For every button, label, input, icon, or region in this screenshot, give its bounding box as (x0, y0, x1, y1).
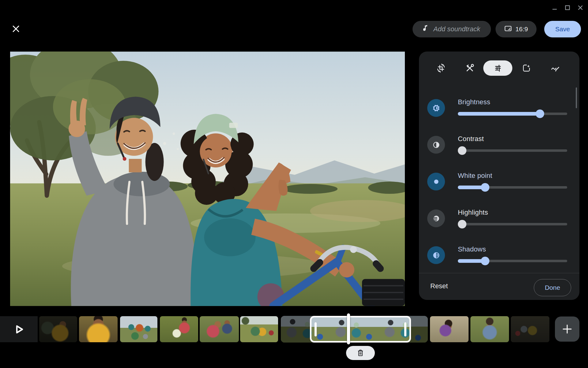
timeline-clip[interactable] (39, 316, 77, 342)
save-button[interactable]: Save (544, 21, 581, 37)
brightness-slider-thumb[interactable] (536, 109, 544, 118)
brightness-icon[interactable] (427, 99, 445, 117)
adjustment-label: White point (458, 172, 492, 180)
white-point-slider-thumb[interactable] (481, 183, 489, 192)
play-button[interactable] (0, 316, 38, 342)
add-clip-button[interactable] (555, 316, 579, 342)
timeline-clip[interactable] (79, 316, 118, 342)
timeline-clip[interactable] (470, 316, 509, 342)
playhead[interactable] (347, 313, 350, 344)
reset-button[interactable]: Reset (430, 282, 448, 290)
selected-clip[interactable] (281, 316, 428, 343)
markup-pen-icon (551, 63, 560, 73)
aspect-ratio-icon (504, 25, 512, 34)
contrast-slider-row: Contrast (427, 136, 571, 155)
timeline-clip[interactable] (120, 316, 157, 342)
timeline (0, 316, 588, 342)
white-point-slider-row: White point (427, 173, 571, 192)
preview-illustration (10, 52, 405, 306)
panel-scrollbar[interactable] (576, 87, 577, 108)
tools-icon (465, 63, 474, 73)
timeline-clip[interactable] (430, 316, 469, 342)
adjustment-label: Shadows (458, 245, 486, 253)
tab-filters[interactable] (519, 61, 533, 75)
highlights-slider-thumb[interactable] (458, 220, 466, 228)
aspect-ratio-label: 16:9 (515, 25, 528, 33)
trim-selection[interactable] (310, 316, 411, 343)
timeline-clip[interactable] (240, 316, 278, 342)
tune-icon (493, 63, 503, 73)
adjustment-label: Highlights (458, 209, 488, 217)
tab-adjust[interactable] (483, 60, 512, 76)
adjustment-label: Contrast (458, 135, 484, 143)
white-point-icon[interactable] (427, 173, 445, 190)
trim-handle-right[interactable] (404, 322, 406, 336)
minimize-icon[interactable] (549, 2, 560, 13)
timeline-clip[interactable] (160, 316, 198, 342)
crop-rotate-icon (436, 63, 446, 73)
done-button[interactable]: Done (534, 279, 571, 296)
video-editor-window: Add soundtrack 16:9 Save (0, 0, 588, 368)
shadows-icon[interactable] (427, 246, 445, 264)
timeline-clip[interactable] (511, 316, 549, 342)
add-soundtrack-button[interactable]: Add soundtrack (413, 21, 491, 37)
tab-tools[interactable] (463, 61, 477, 75)
add-soundtrack-label: Add soundtrack (433, 25, 480, 33)
adjustment-label: Brightness (458, 98, 490, 106)
contrast-slider-thumb[interactable] (458, 146, 466, 155)
trash-icon (357, 349, 364, 357)
aspect-ratio-button[interactable]: 16:9 (496, 21, 537, 37)
contrast-slider-track[interactable] (458, 149, 567, 152)
brightness-slider-row: Brightness (427, 99, 571, 119)
slider-fill (458, 112, 540, 116)
contrast-icon[interactable] (427, 136, 445, 154)
highlights-icon[interactable] (427, 209, 445, 227)
trim-handle-left[interactable] (315, 322, 317, 336)
plus-icon (562, 324, 573, 335)
close-window-icon[interactable] (575, 2, 586, 13)
adjustments-panel: Brightness Contrast White point (419, 52, 579, 300)
maximize-icon[interactable] (562, 2, 573, 13)
photo-filter-icon (522, 63, 531, 73)
close-editor-button[interactable] (9, 22, 23, 36)
tab-crop-rotate[interactable] (434, 61, 448, 75)
highlights-slider-row: Highlights (427, 209, 571, 229)
shadows-slider-row: Shadows (427, 246, 571, 266)
video-preview (10, 52, 405, 306)
play-icon (14, 324, 24, 335)
delete-clip-button[interactable] (346, 346, 375, 360)
highlights-slider-track[interactable] (458, 223, 567, 225)
tab-markup[interactable] (548, 61, 562, 75)
timeline-clip[interactable] (200, 316, 239, 342)
panel-footer-divider (419, 273, 579, 273)
music-note-icon (423, 25, 429, 34)
shadows-slider-thumb[interactable] (481, 257, 489, 265)
